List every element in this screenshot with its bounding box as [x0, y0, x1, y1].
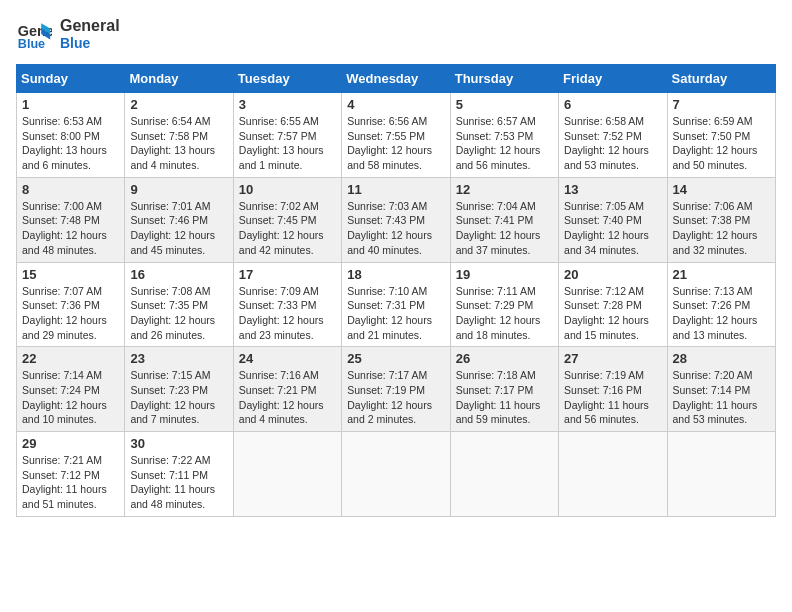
weekday-header-row: SundayMondayTuesdayWednesdayThursdayFrid… — [17, 65, 776, 93]
calendar-table: SundayMondayTuesdayWednesdayThursdayFrid… — [16, 64, 776, 517]
day-info: Sunrise: 7:19 AM Sunset: 7:16 PM Dayligh… — [564, 368, 661, 427]
day-cell: 24Sunrise: 7:16 AM Sunset: 7:21 PM Dayli… — [233, 347, 341, 432]
day-cell: 18Sunrise: 7:10 AM Sunset: 7:31 PM Dayli… — [342, 262, 450, 347]
logo: General Blue General Blue — [16, 16, 120, 52]
day-info: Sunrise: 6:56 AM Sunset: 7:55 PM Dayligh… — [347, 114, 444, 173]
day-cell: 7Sunrise: 6:59 AM Sunset: 7:50 PM Daylig… — [667, 93, 775, 178]
day-cell: 29Sunrise: 7:21 AM Sunset: 7:12 PM Dayli… — [17, 432, 125, 517]
weekday-header-tuesday: Tuesday — [233, 65, 341, 93]
day-info: Sunrise: 7:11 AM Sunset: 7:29 PM Dayligh… — [456, 284, 553, 343]
day-cell: 5Sunrise: 6:57 AM Sunset: 7:53 PM Daylig… — [450, 93, 558, 178]
day-cell: 17Sunrise: 7:09 AM Sunset: 7:33 PM Dayli… — [233, 262, 341, 347]
day-cell: 6Sunrise: 6:58 AM Sunset: 7:52 PM Daylig… — [559, 93, 667, 178]
day-number: 8 — [22, 182, 119, 197]
day-info: Sunrise: 7:21 AM Sunset: 7:12 PM Dayligh… — [22, 453, 119, 512]
day-number: 20 — [564, 267, 661, 282]
day-number: 21 — [673, 267, 770, 282]
day-info: Sunrise: 7:03 AM Sunset: 7:43 PM Dayligh… — [347, 199, 444, 258]
day-number: 30 — [130, 436, 227, 451]
day-cell: 19Sunrise: 7:11 AM Sunset: 7:29 PM Dayli… — [450, 262, 558, 347]
day-cell — [342, 432, 450, 517]
day-number: 13 — [564, 182, 661, 197]
day-number: 12 — [456, 182, 553, 197]
day-info: Sunrise: 6:54 AM Sunset: 7:58 PM Dayligh… — [130, 114, 227, 173]
day-number: 26 — [456, 351, 553, 366]
logo-line2: Blue — [60, 35, 120, 51]
day-number: 15 — [22, 267, 119, 282]
weekday-header-wednesday: Wednesday — [342, 65, 450, 93]
day-info: Sunrise: 7:17 AM Sunset: 7:19 PM Dayligh… — [347, 368, 444, 427]
day-cell: 10Sunrise: 7:02 AM Sunset: 7:45 PM Dayli… — [233, 177, 341, 262]
day-cell — [667, 432, 775, 517]
day-cell: 23Sunrise: 7:15 AM Sunset: 7:23 PM Dayli… — [125, 347, 233, 432]
day-info: Sunrise: 7:18 AM Sunset: 7:17 PM Dayligh… — [456, 368, 553, 427]
day-number: 27 — [564, 351, 661, 366]
weekday-header-friday: Friday — [559, 65, 667, 93]
day-number: 9 — [130, 182, 227, 197]
day-cell: 1Sunrise: 6:53 AM Sunset: 8:00 PM Daylig… — [17, 93, 125, 178]
day-info: Sunrise: 7:22 AM Sunset: 7:11 PM Dayligh… — [130, 453, 227, 512]
day-info: Sunrise: 6:57 AM Sunset: 7:53 PM Dayligh… — [456, 114, 553, 173]
day-number: 3 — [239, 97, 336, 112]
logo-line1: General — [60, 17, 120, 35]
day-number: 2 — [130, 97, 227, 112]
page-header: General Blue General Blue — [16, 16, 776, 52]
day-number: 28 — [673, 351, 770, 366]
day-info: Sunrise: 7:07 AM Sunset: 7:36 PM Dayligh… — [22, 284, 119, 343]
day-number: 29 — [22, 436, 119, 451]
day-number: 4 — [347, 97, 444, 112]
day-cell — [450, 432, 558, 517]
day-number: 11 — [347, 182, 444, 197]
week-row-3: 15Sunrise: 7:07 AM Sunset: 7:36 PM Dayli… — [17, 262, 776, 347]
day-info: Sunrise: 7:16 AM Sunset: 7:21 PM Dayligh… — [239, 368, 336, 427]
weekday-header-sunday: Sunday — [17, 65, 125, 93]
day-info: Sunrise: 7:00 AM Sunset: 7:48 PM Dayligh… — [22, 199, 119, 258]
week-row-2: 8Sunrise: 7:00 AM Sunset: 7:48 PM Daylig… — [17, 177, 776, 262]
day-info: Sunrise: 6:59 AM Sunset: 7:50 PM Dayligh… — [673, 114, 770, 173]
day-number: 23 — [130, 351, 227, 366]
day-cell — [559, 432, 667, 517]
day-cell: 30Sunrise: 7:22 AM Sunset: 7:11 PM Dayli… — [125, 432, 233, 517]
weekday-header-thursday: Thursday — [450, 65, 558, 93]
day-number: 10 — [239, 182, 336, 197]
day-cell: 4Sunrise: 6:56 AM Sunset: 7:55 PM Daylig… — [342, 93, 450, 178]
day-cell: 9Sunrise: 7:01 AM Sunset: 7:46 PM Daylig… — [125, 177, 233, 262]
day-number: 6 — [564, 97, 661, 112]
day-number: 24 — [239, 351, 336, 366]
day-info: Sunrise: 7:05 AM Sunset: 7:40 PM Dayligh… — [564, 199, 661, 258]
day-info: Sunrise: 7:09 AM Sunset: 7:33 PM Dayligh… — [239, 284, 336, 343]
day-info: Sunrise: 7:20 AM Sunset: 7:14 PM Dayligh… — [673, 368, 770, 427]
day-cell: 16Sunrise: 7:08 AM Sunset: 7:35 PM Dayli… — [125, 262, 233, 347]
day-info: Sunrise: 7:04 AM Sunset: 7:41 PM Dayligh… — [456, 199, 553, 258]
day-info: Sunrise: 6:58 AM Sunset: 7:52 PM Dayligh… — [564, 114, 661, 173]
day-cell: 3Sunrise: 6:55 AM Sunset: 7:57 PM Daylig… — [233, 93, 341, 178]
day-cell: 22Sunrise: 7:14 AM Sunset: 7:24 PM Dayli… — [17, 347, 125, 432]
day-number: 7 — [673, 97, 770, 112]
weekday-header-saturday: Saturday — [667, 65, 775, 93]
day-number: 25 — [347, 351, 444, 366]
svg-text:Blue: Blue — [18, 37, 45, 51]
day-info: Sunrise: 7:10 AM Sunset: 7:31 PM Dayligh… — [347, 284, 444, 343]
day-cell: 13Sunrise: 7:05 AM Sunset: 7:40 PM Dayli… — [559, 177, 667, 262]
day-cell — [233, 432, 341, 517]
day-info: Sunrise: 7:14 AM Sunset: 7:24 PM Dayligh… — [22, 368, 119, 427]
day-number: 17 — [239, 267, 336, 282]
day-info: Sunrise: 6:53 AM Sunset: 8:00 PM Dayligh… — [22, 114, 119, 173]
day-info: Sunrise: 7:06 AM Sunset: 7:38 PM Dayligh… — [673, 199, 770, 258]
day-cell: 2Sunrise: 6:54 AM Sunset: 7:58 PM Daylig… — [125, 93, 233, 178]
weekday-header-monday: Monday — [125, 65, 233, 93]
day-number: 5 — [456, 97, 553, 112]
day-cell: 20Sunrise: 7:12 AM Sunset: 7:28 PM Dayli… — [559, 262, 667, 347]
day-info: Sunrise: 7:02 AM Sunset: 7:45 PM Dayligh… — [239, 199, 336, 258]
week-row-1: 1Sunrise: 6:53 AM Sunset: 8:00 PM Daylig… — [17, 93, 776, 178]
day-cell: 14Sunrise: 7:06 AM Sunset: 7:38 PM Dayli… — [667, 177, 775, 262]
day-cell: 25Sunrise: 7:17 AM Sunset: 7:19 PM Dayli… — [342, 347, 450, 432]
day-cell: 27Sunrise: 7:19 AM Sunset: 7:16 PM Dayli… — [559, 347, 667, 432]
day-cell: 11Sunrise: 7:03 AM Sunset: 7:43 PM Dayli… — [342, 177, 450, 262]
day-number: 14 — [673, 182, 770, 197]
day-cell: 15Sunrise: 7:07 AM Sunset: 7:36 PM Dayli… — [17, 262, 125, 347]
day-cell: 28Sunrise: 7:20 AM Sunset: 7:14 PM Dayli… — [667, 347, 775, 432]
week-row-5: 29Sunrise: 7:21 AM Sunset: 7:12 PM Dayli… — [17, 432, 776, 517]
day-info: Sunrise: 7:15 AM Sunset: 7:23 PM Dayligh… — [130, 368, 227, 427]
day-info: Sunrise: 7:08 AM Sunset: 7:35 PM Dayligh… — [130, 284, 227, 343]
